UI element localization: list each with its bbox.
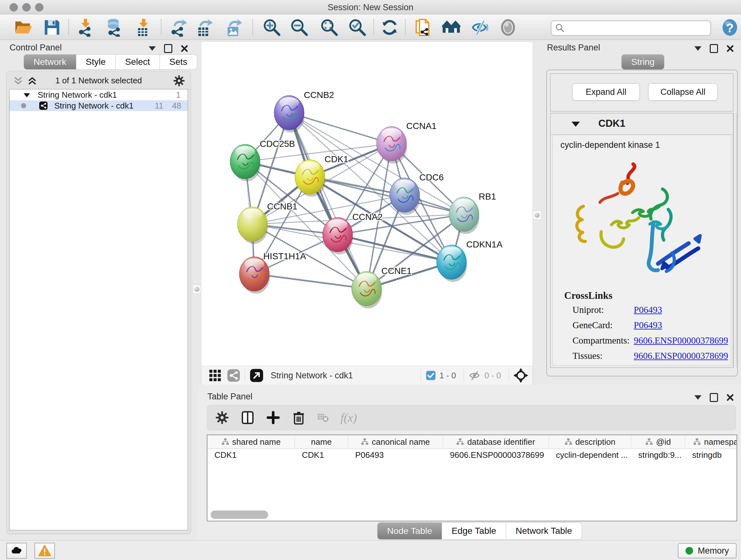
collapse-all-button[interactable]: Collapse All xyxy=(648,83,718,101)
table-cell[interactable]: cyclin-dependent ... xyxy=(549,449,631,461)
left-splitter-handle[interactable] xyxy=(193,285,201,294)
results-scrollbar[interactable] xyxy=(733,113,737,367)
export-network-icon[interactable] xyxy=(169,18,188,37)
node-result-header[interactable]: CDK1 xyxy=(550,113,733,135)
column-header-canonical-name[interactable]: canonical name xyxy=(348,435,443,449)
table-cell[interactable]: CDK1 xyxy=(207,449,295,461)
tab-network[interactable]: Network xyxy=(23,54,76,70)
table-hscrollbar-thumb[interactable] xyxy=(211,510,268,519)
warning-status-button[interactable] xyxy=(35,543,55,559)
table-cell[interactable]: stringdb:9... xyxy=(631,449,685,461)
network-label: String Network - cdk1 xyxy=(54,100,134,111)
network-badge-icon[interactable] xyxy=(227,369,240,382)
panel-close-icon[interactable] xyxy=(726,45,734,52)
search-field xyxy=(551,20,711,36)
panel-float-icon[interactable] xyxy=(710,44,718,53)
network-collection-row[interactable]: String Network - cdk1 1 xyxy=(10,89,188,100)
network-edge[interactable] xyxy=(289,113,367,289)
fit-selected-crosshair-icon[interactable] xyxy=(514,368,528,383)
column-header-database-identifier[interactable]: database identifier xyxy=(443,435,549,449)
right-splitter-handle[interactable] xyxy=(533,211,541,220)
network-node-HIST1H1A[interactable]: HIST1H1A xyxy=(239,251,306,294)
tab-sets[interactable]: Sets xyxy=(160,54,197,70)
panel-close-icon[interactable] xyxy=(726,394,734,401)
expand-all-button[interactable]: Expand All xyxy=(572,83,640,101)
function-builder-icon[interactable]: f(x) xyxy=(340,411,357,425)
zoom-out-icon[interactable] xyxy=(290,18,309,37)
node-label: CCNE1 xyxy=(381,266,412,276)
refresh-view-icon[interactable] xyxy=(381,18,399,37)
network-node-CDK1[interactable]: CDK1 xyxy=(295,154,348,197)
open-in-new-window-icon[interactable] xyxy=(250,368,264,382)
panel-collapse-icon[interactable] xyxy=(694,395,701,400)
network-row-selected[interactable]: String Network - cdk1 11 48 xyxy=(10,100,188,111)
table-settings-gear-icon[interactable] xyxy=(215,410,229,425)
export-table-icon[interactable] xyxy=(195,18,213,37)
tab-select[interactable]: Select xyxy=(116,54,160,70)
search-input[interactable] xyxy=(568,22,706,34)
birds-eye-view-icon[interactable] xyxy=(499,18,517,37)
table-cell[interactable]: CDK1 xyxy=(295,449,348,461)
network-edge[interactable] xyxy=(289,113,392,144)
network-node-CDKN1A[interactable]: CDKN1A xyxy=(436,240,502,282)
crosslink-link[interactable]: 9606.ENSP00000378699 xyxy=(634,351,728,361)
cloud-status-button[interactable] xyxy=(6,543,27,559)
network-node-CDC6[interactable]: CDC6 xyxy=(390,172,444,215)
open-session-icon[interactable] xyxy=(14,18,32,37)
zoom-selected-icon[interactable] xyxy=(348,18,367,37)
network-edge[interactable] xyxy=(254,274,367,289)
import-table-file-icon[interactable] xyxy=(134,18,152,37)
column-header-namespace[interactable]: namespace xyxy=(685,435,737,449)
add-column-icon[interactable] xyxy=(266,410,280,425)
grid-view-icon[interactable] xyxy=(208,369,222,382)
hidden-eye-icon[interactable] xyxy=(468,369,481,382)
panel-float-icon[interactable] xyxy=(164,44,172,53)
panel-collapse-icon[interactable] xyxy=(694,46,701,51)
tab-string[interactable]: String xyxy=(621,54,664,70)
network-node-RB1[interactable]: RB1 xyxy=(449,192,496,234)
network-node-CCNE1[interactable]: CCNE1 xyxy=(352,266,412,308)
crosslink-row: Uniprot:P06493 xyxy=(572,305,731,315)
column-header-description[interactable]: description xyxy=(549,435,631,449)
control-panel-title: Control Panel xyxy=(10,43,62,53)
column-header-name[interactable]: name xyxy=(295,435,348,449)
section-expander-icon[interactable] xyxy=(571,122,580,127)
panel-close-icon[interactable] xyxy=(181,45,188,52)
selected-checkbox-icon[interactable] xyxy=(425,370,436,381)
table-cell[interactable]: 9606.ENSP00000378699 xyxy=(443,449,549,461)
tab-node-table[interactable]: Node Table xyxy=(377,522,442,540)
tab-edge-table[interactable]: Edge Table xyxy=(442,522,506,540)
column-label: description xyxy=(576,437,616,447)
crosslink-link[interactable]: P06493 xyxy=(634,305,662,315)
string-home-icon[interactable] xyxy=(442,18,461,37)
table-cell[interactable]: P06493 xyxy=(348,449,443,461)
show-graphics-details-icon[interactable] xyxy=(471,18,489,37)
column-header-shared-name[interactable]: shared name xyxy=(207,435,295,449)
zoom-fit-icon[interactable] xyxy=(320,18,339,37)
tree-expander-icon[interactable] xyxy=(23,93,30,98)
panel-float-icon[interactable] xyxy=(710,393,718,402)
window-title: Session: New Session xyxy=(0,3,741,12)
export-image-icon[interactable] xyxy=(224,18,243,37)
zoom-in-icon[interactable] xyxy=(263,18,281,37)
table-cell[interactable]: stringdb xyxy=(685,449,737,461)
crosslink-link[interactable]: 9606.ENSP00000378699 xyxy=(634,335,728,346)
string-documents-icon[interactable] xyxy=(414,18,433,37)
show-columns-icon[interactable] xyxy=(240,410,255,425)
delete-column-icon[interactable] xyxy=(291,410,306,425)
column-header--id[interactable]: @id xyxy=(631,435,685,449)
tab-network-table[interactable]: Network Table xyxy=(506,522,582,540)
network-node-CCNA1[interactable]: CCNA1 xyxy=(377,121,436,164)
delete-table-icon[interactable] xyxy=(317,411,330,424)
network-canvas[interactable]: CCNB2CCNA1CDC25BCDK1CDC6RB1CCNB1CCNA2CDK… xyxy=(201,42,533,366)
import-network-database-icon[interactable] xyxy=(105,18,123,37)
panel-collapse-icon[interactable] xyxy=(149,46,156,51)
memory-button[interactable]: Memory xyxy=(678,543,737,558)
save-session-icon[interactable] xyxy=(43,18,61,37)
help-icon[interactable]: ? xyxy=(721,18,739,37)
crosslink-label: Uniprot: xyxy=(572,305,634,315)
import-network-file-icon[interactable] xyxy=(77,18,95,37)
tab-style[interactable]: Style xyxy=(76,54,116,70)
network-options-gear-icon[interactable] xyxy=(173,74,185,87)
crosslink-link[interactable]: P06493 xyxy=(634,320,662,330)
